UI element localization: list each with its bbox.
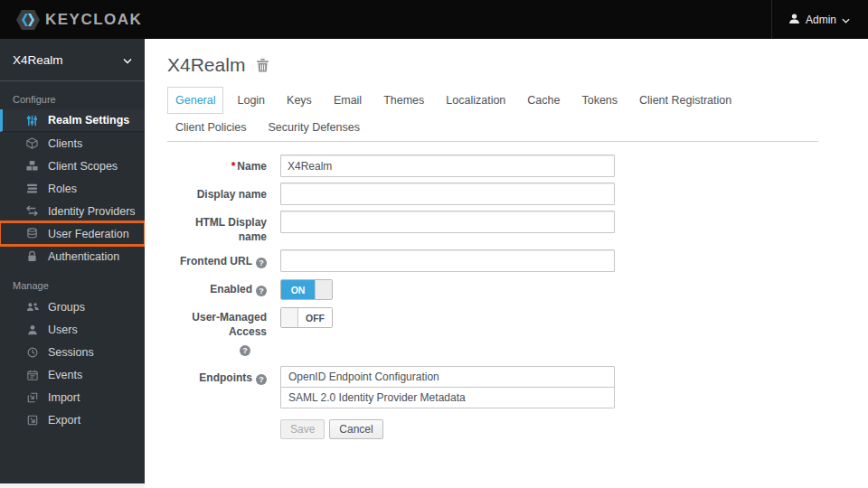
sidebar-item-authentication[interactable]: Authentication <box>0 245 145 267</box>
name-label: *Name <box>167 155 267 177</box>
realm-general-form: *Name Display name HTML Display name Fro… <box>167 155 845 439</box>
frontend-url-input[interactable] <box>280 249 615 272</box>
sidebar-item-clients[interactable]: Clients <box>0 132 145 155</box>
enabled-toggle[interactable]: ON <box>280 279 333 300</box>
exchange-icon <box>25 205 39 217</box>
sliders-icon <box>25 115 39 127</box>
save-button[interactable]: Save <box>280 419 325 439</box>
keycloak-logo[interactable]: KEYCLOAK <box>0 9 142 31</box>
required-asterisk: * <box>231 160 236 173</box>
tab-security-defenses[interactable]: Security Defenses <box>260 114 368 141</box>
enabled-label: Enabled? <box>167 277 267 300</box>
sidebar-bottom-strip <box>0 483 145 488</box>
database-icon <box>25 228 39 239</box>
sidebar-item-label: User Federation <box>48 228 129 240</box>
tab-general[interactable]: General <box>167 87 223 114</box>
lock-icon <box>25 250 39 262</box>
tab-tokens[interactable]: Tokens <box>573 87 626 114</box>
sidebar: X4Realm Configure Realm Settings Clients… <box>0 39 145 484</box>
cancel-button[interactable]: Cancel <box>329 419 382 439</box>
sidebar-item-events[interactable]: Events <box>0 363 145 386</box>
display-name-input[interactable] <box>280 183 615 205</box>
delete-realm-button[interactable] <box>256 58 269 72</box>
saml-endpoint-link[interactable]: SAML 2.0 Identity Provider Metadata <box>281 387 614 408</box>
toggle-knob <box>315 280 332 299</box>
sidebar-item-roles[interactable]: Roles <box>0 177 145 200</box>
sidebar-item-label: Client Scopes <box>48 160 118 173</box>
toggle-off-label: OFF <box>298 308 332 327</box>
openid-endpoint-link[interactable]: OpenID Endpoint Configuration <box>281 367 614 387</box>
user-icon <box>788 13 800 27</box>
user-icon <box>25 324 39 335</box>
endpoints-label: Endpoints? <box>167 366 267 408</box>
cubes-icon <box>25 160 39 172</box>
tab-cache[interactable]: Cache <box>519 87 568 114</box>
endpoints-list: OpenID Endpoint Configuration SAML 2.0 I… <box>280 366 615 408</box>
sidebar-item-users[interactable]: Users <box>0 318 145 341</box>
keycloak-admin-console: KEYCLOAK Admin X4Realm Configure Realm S… <box>0 0 868 488</box>
sidebar-item-sessions[interactable]: Sessions <box>0 341 145 363</box>
sidebar-item-label: Identity Providers <box>48 205 136 218</box>
sidebar-item-label: Authentication <box>48 250 119 263</box>
tab-email[interactable]: Email <box>326 87 370 114</box>
help-icon[interactable]: ? <box>256 258 267 268</box>
sidebar-item-label: Export <box>48 414 80 427</box>
sidebar-section-manage: Manage <box>0 267 145 296</box>
import-icon <box>25 392 39 403</box>
sidebar-section-configure: Configure <box>0 81 145 109</box>
main-content: X4Realm General Login Keys Email Themes … <box>145 39 868 488</box>
tab-login[interactable]: Login <box>229 87 273 114</box>
toggle-knob <box>281 308 298 327</box>
sidebar-item-label: Roles <box>48 183 77 195</box>
sidebar-item-label: Groups <box>48 301 85 314</box>
sidebar-item-realm-settings[interactable]: Realm Settings <box>0 109 145 132</box>
tab-client-policies[interactable]: Client Policies <box>167 114 255 141</box>
uma-label: User-Managed Access ? <box>167 305 267 357</box>
admin-user-menu[interactable]: Admin <box>771 0 868 39</box>
sidebar-item-label: Import <box>48 391 80 404</box>
realm-selector[interactable]: X4Realm <box>0 39 145 81</box>
cube-icon <box>25 137 39 149</box>
name-input[interactable] <box>280 155 615 177</box>
help-icon[interactable]: ? <box>256 374 267 385</box>
html-display-name-label: HTML Display name <box>167 211 267 244</box>
group-icon <box>25 302 39 313</box>
chevron-down-icon <box>842 14 850 26</box>
sidebar-item-label: Realm Settings <box>48 114 129 127</box>
sidebar-item-groups[interactable]: Groups <box>0 296 145 318</box>
page-title: X4Realm <box>167 54 245 76</box>
tab-themes[interactable]: Themes <box>375 87 432 114</box>
sidebar-item-import[interactable]: Import <box>0 386 145 408</box>
help-icon[interactable]: ? <box>240 345 250 356</box>
toggle-on-label: ON <box>281 280 315 299</box>
display-name-label: Display name <box>167 183 267 205</box>
tab-keys[interactable]: Keys <box>278 87 320 114</box>
help-icon[interactable]: ? <box>256 286 267 296</box>
sidebar-item-label: Users <box>48 324 78 336</box>
sidebar-item-user-federation[interactable]: User Federation <box>0 222 145 245</box>
topbar: KEYCLOAK Admin <box>0 0 868 39</box>
frontend-url-label: Frontend URL? <box>167 249 267 272</box>
clock-icon <box>25 347 39 358</box>
brand-text: KEYCLOAK <box>45 11 142 29</box>
tab-client-registration[interactable]: Client Registration <box>631 87 740 114</box>
html-display-name-input[interactable] <box>280 211 615 233</box>
export-icon <box>25 415 39 426</box>
user-managed-access-toggle[interactable]: OFF <box>280 307 333 328</box>
keycloak-logo-icon <box>16 9 40 31</box>
sidebar-item-identity-providers[interactable]: Identity Providers <box>0 200 145 222</box>
realm-tabs: General Login Keys Email Themes Localiza… <box>167 87 818 142</box>
sidebar-item-label: Sessions <box>48 346 94 359</box>
realm-selector-label: X4Realm <box>13 53 63 67</box>
calendar-icon <box>25 370 39 380</box>
sidebar-item-label: Events <box>48 369 82 381</box>
sidebar-item-export[interactable]: Export <box>0 408 145 431</box>
sidebar-item-label: Clients <box>48 137 82 150</box>
chevron-down-icon <box>123 53 132 67</box>
tab-localization[interactable]: Localization <box>438 87 514 114</box>
roles-icon <box>25 183 39 194</box>
sidebar-item-client-scopes[interactable]: Client Scopes <box>0 155 145 177</box>
user-label: Admin <box>806 14 836 26</box>
